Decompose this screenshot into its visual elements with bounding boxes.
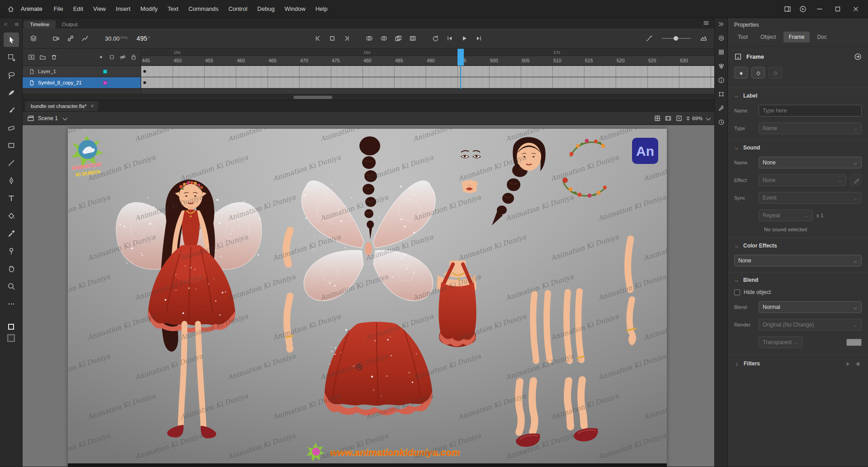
filters-section-header[interactable]: Filters <box>728 355 868 372</box>
clip-content-icon[interactable] <box>665 115 672 122</box>
sound-section-header[interactable]: Sound <box>728 140 868 153</box>
sound-name-select[interactable]: None <box>759 157 862 168</box>
timeline-zoom-slider[interactable] <box>662 38 691 39</box>
classic-brush-tool[interactable] <box>4 103 19 117</box>
tab-timeline[interactable]: Timeline <box>24 20 56 28</box>
blend-mode-select[interactable]: Normal <box>759 301 862 313</box>
menu-debug[interactable]: Debug <box>252 0 279 18</box>
stroke-color-swatch[interactable] <box>8 324 14 330</box>
zoom-stepper[interactable] <box>686 116 690 121</box>
text-tool[interactable] <box>4 191 19 205</box>
zoom-tool[interactable] <box>4 279 19 294</box>
edit-scene-icon[interactable] <box>27 115 34 122</box>
layer-outline-color-chip[interactable] <box>103 81 107 85</box>
timeline-layers-icon[interactable] <box>27 32 40 45</box>
ease-curve-icon[interactable] <box>643 32 656 45</box>
timeline-zoom-knob[interactable] <box>674 36 678 41</box>
timeline-frame-ruler[interactable]: 4454504554604654704754804854904955005055… <box>141 56 714 65</box>
menu-insert[interactable]: Insert <box>111 0 136 18</box>
rectangle-tool[interactable] <box>4 138 19 153</box>
color-panel-icon[interactable] <box>718 35 725 42</box>
layer-row-layer_1[interactable]: Layer_1 <box>23 66 141 77</box>
hide-object-checkbox[interactable] <box>734 290 740 295</box>
outline-all-layers-icon[interactable] <box>108 54 115 61</box>
tab-output[interactable]: Output <box>56 20 84 28</box>
panel-options-icon[interactable] <box>854 53 862 61</box>
menu-commands[interactable]: Commands <box>184 0 223 18</box>
expand-panels-icon[interactable] <box>718 21 725 28</box>
label-section-header[interactable]: Label <box>728 88 868 101</box>
frame-span-layer_1[interactable] <box>141 66 714 77</box>
history-panel-icon[interactable] <box>718 119 725 126</box>
tab-object[interactable]: Object <box>755 32 782 42</box>
info-panel-icon[interactable] <box>718 77 725 84</box>
color-effect-select[interactable]: None <box>734 255 862 266</box>
layer-row-symbol_8_copy_21[interactable]: Symbol_8_copy_21 <box>23 77 141 89</box>
go-to-first-frame-button[interactable] <box>443 32 456 45</box>
show-all-layers-icon[interactable] <box>98 54 104 61</box>
flower-garland-part-2[interactable] <box>562 177 607 198</box>
skirt-part[interactable] <box>324 322 432 416</box>
camera-icon[interactable] <box>50 32 62 45</box>
current-frame-value[interactable]: 495 <box>137 35 147 42</box>
timeline-horizontal-scrollbar[interactable] <box>23 94 714 100</box>
add-filter-button[interactable] <box>845 360 851 367</box>
eyedropper-tool[interactable] <box>4 226 19 241</box>
minimize-button[interactable] <box>812 3 827 15</box>
transform-panel-icon[interactable] <box>718 91 725 98</box>
onion-skin-icon[interactable] <box>363 32 376 45</box>
leg-parts-2[interactable] <box>567 380 584 427</box>
arm-part-3[interactable] <box>627 239 631 290</box>
tab-tool[interactable]: Tool <box>732 32 753 42</box>
hair-braid-part[interactable] <box>359 136 380 239</box>
timeline-scrollbar-thumb[interactable] <box>293 96 332 99</box>
hand-tool[interactable] <box>4 262 19 276</box>
current-frame-control[interactable]: 495 F <box>133 35 154 42</box>
arm-part-2[interactable] <box>285 296 294 353</box>
pen-tool[interactable] <box>4 173 19 188</box>
center-stage-icon[interactable] <box>675 115 683 122</box>
eyes-part[interactable] <box>461 150 481 158</box>
lock-all-layers-icon[interactable] <box>130 54 137 61</box>
workspace-layout-icon[interactable] <box>781 3 794 15</box>
layer-parenting-icon[interactable] <box>64 32 77 45</box>
fps-value[interactable]: 30.00 <box>105 35 120 42</box>
align-panel-icon[interactable] <box>718 63 725 70</box>
stage-canvas[interactable]: ANIMATION KI DUNIYA <box>68 129 667 467</box>
quick-share-icon[interactable] <box>797 3 809 15</box>
menu-edit[interactable]: Edit <box>68 0 88 18</box>
hand-parts[interactable] <box>532 356 585 362</box>
edit-multiple-frames-icon[interactable] <box>392 32 405 45</box>
resize-timeline-view-icon[interactable] <box>697 32 710 45</box>
tools-menu-icon[interactable] <box>14 21 19 27</box>
zoom-value[interactable]: 69% <box>692 116 703 121</box>
hand-part[interactable] <box>626 299 637 346</box>
menu-help[interactable]: Help <box>311 0 333 18</box>
mouth-part[interactable] <box>462 180 477 193</box>
color-effects-section-header[interactable]: Color Effects <box>728 238 868 251</box>
menu-control[interactable]: Control <box>223 0 252 18</box>
menu-file[interactable]: File <box>49 0 68 18</box>
new-folder-button[interactable] <box>39 54 46 61</box>
playhead-marker[interactable] <box>458 49 464 65</box>
pasteboard[interactable]: ANIMATION KI DUNIYA <box>23 125 714 467</box>
frame-span-icon[interactable] <box>406 32 419 45</box>
loop-playback-button[interactable] <box>429 32 442 45</box>
paint-bucket-tool[interactable] <box>4 209 19 223</box>
asset-warp-tool[interactable] <box>4 244 19 258</box>
close-button[interactable] <box>848 3 863 15</box>
onion-skin-outlines-icon[interactable] <box>377 32 390 45</box>
selection-tool[interactable] <box>4 33 19 47</box>
fill-color-swatch[interactable] <box>7 334 15 342</box>
frame-span-symbol_8_copy_21[interactable] <box>141 77 714 89</box>
shoe-part-2[interactable] <box>574 428 598 442</box>
hide-all-layers-icon[interactable] <box>119 54 126 61</box>
scene-breadcrumb[interactable]: Scene 1 <box>38 115 58 121</box>
stage-grid-icon[interactable] <box>654 115 661 122</box>
tab-frame[interactable]: Frame <box>783 32 810 42</box>
zoom-control[interactable]: 69% <box>686 116 710 121</box>
flower-garland-part[interactable] <box>570 139 605 157</box>
close-document-icon[interactable]: × <box>90 103 94 109</box>
step-back-one-frame-button[interactable] <box>311 32 324 45</box>
timeline-panel-menu-icon[interactable] <box>703 19 710 27</box>
